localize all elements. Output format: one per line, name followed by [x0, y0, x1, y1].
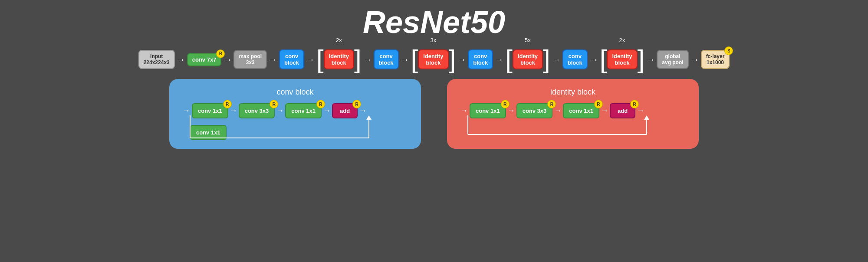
- arrow-1: →: [177, 55, 185, 65]
- arrow-12: →: [690, 55, 699, 65]
- ib-node-conv1x1-2: conv 1x1 R: [563, 103, 599, 118]
- ib-arrow-2: →: [554, 106, 562, 115]
- bracket-close-1: ]: [354, 46, 362, 72]
- node-input: input224x224x3: [138, 50, 175, 69]
- node-conv-block-3: convblock: [468, 49, 493, 69]
- node-identity-block-2: identityblock: [418, 49, 448, 69]
- cb-bypass-conv1x1: conv 1x1: [190, 125, 227, 140]
- arrow-9: →: [552, 55, 561, 65]
- ib-in-arrow: →: [460, 106, 468, 115]
- bracket-open-1: [: [316, 46, 324, 72]
- arrow-11: →: [646, 55, 655, 65]
- bracket-open-4: [: [600, 46, 607, 72]
- identity-block-diagram: identity block → conv 1x1 R → conv 3x3 R…: [447, 79, 699, 149]
- conv-block-diagram: conv block → conv 1x1 R → conv 3x3 R →: [169, 79, 421, 149]
- bracket-label-2: 3x: [431, 37, 437, 43]
- ib-node-add: add R: [610, 103, 635, 118]
- bracket-label-3: 5x: [525, 37, 531, 43]
- cb-badge-r4: R: [352, 100, 361, 108]
- ib-arrow-3: →: [601, 106, 608, 115]
- arrow-8: →: [495, 55, 503, 65]
- arrow-2: →: [223, 55, 232, 65]
- badge-r-conv7x7: R: [216, 49, 225, 58]
- bracket-close-4: ]: [638, 46, 645, 72]
- bracket-label-4: 2x: [619, 37, 625, 43]
- arrow-6: →: [401, 55, 409, 65]
- node-identity-block-4: identityblock: [607, 49, 637, 69]
- ib-badge-r1: R: [501, 100, 510, 108]
- node-maxpool: max pool3x3: [233, 50, 267, 69]
- ib-badge-r4: R: [630, 100, 639, 108]
- badge-s-fclayer: S: [724, 46, 733, 55]
- ib-node-conv1x1-1: conv 1x1 R: [470, 103, 506, 118]
- cb-node-conv1x1-1: conv 1x1 R: [192, 103, 228, 118]
- bracket-label-1: 2x: [336, 37, 342, 43]
- node-conv-block-4: convblock: [562, 49, 588, 69]
- bracket-close-3: ]: [543, 46, 550, 72]
- bracket-close-2: ]: [449, 46, 456, 72]
- node-global-avg-pool: globalavg pool: [657, 50, 688, 69]
- cb-in-arrow: →: [182, 106, 190, 115]
- identity-block-title: identity block: [460, 88, 686, 97]
- arrow-5: →: [363, 55, 372, 65]
- arrow-4: →: [306, 55, 315, 65]
- bottom-section: conv block → conv 1x1 R → conv 3x3 R →: [0, 79, 868, 149]
- top-flow: input224x224x3 → conv 7x7 R → max pool3x…: [0, 46, 868, 72]
- node-conv-block-1: convblock: [279, 49, 304, 69]
- cb-badge-r1: R: [223, 100, 232, 108]
- conv-block-title: conv block: [182, 88, 408, 97]
- bracket-open-2: [: [411, 46, 418, 72]
- node-identity-block-3: identityblock: [513, 49, 543, 69]
- ib-arrow-1: →: [507, 106, 515, 115]
- cb-arrow-3: →: [323, 106, 331, 115]
- cb-node-conv1x1-2: conv 1x1 R: [285, 103, 322, 118]
- arrow-10: →: [589, 55, 598, 65]
- node-identity-block-1: identityblock: [324, 49, 354, 69]
- ib-node-conv3x3: conv 3x3 R: [516, 103, 553, 118]
- cb-arrow-1: →: [230, 106, 237, 115]
- cb-badge-r3: R: [316, 100, 325, 108]
- cb-node-add: add R: [332, 103, 358, 118]
- node-conv7x7: conv 7x7 R: [187, 53, 222, 66]
- node-fc-layer: fc-layer1x1000 S: [701, 50, 730, 69]
- cb-out-arrow: →: [359, 106, 367, 115]
- cb-node-conv3x3: conv 3x3 R: [239, 103, 275, 118]
- cb-arrow-2: →: [276, 106, 284, 115]
- node-conv-block-2: convblock: [374, 49, 399, 69]
- bracket-open-3: [: [505, 46, 513, 72]
- arrow-7: →: [457, 55, 466, 65]
- ib-badge-r3: R: [594, 100, 603, 108]
- arrow-3: →: [269, 55, 277, 65]
- ib-out-arrow: →: [637, 106, 644, 115]
